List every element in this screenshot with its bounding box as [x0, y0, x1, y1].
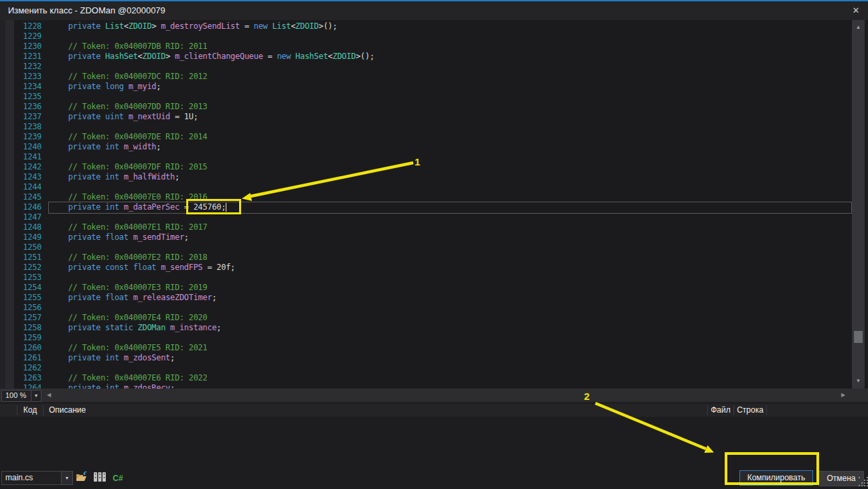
vertical-scrollbar[interactable]: ▲ ▼: [852, 20, 865, 389]
line-number: 1235: [0, 92, 42, 102]
line-number: 1228: [0, 21, 42, 31]
code-line[interactable]: 1254 // Token: 0x040007E3 RID: 2019: [0, 283, 852, 293]
code-line[interactable]: 1256: [0, 303, 852, 313]
vertical-scrollbar-thumb[interactable]: [854, 331, 863, 343]
column-header-filler: [767, 405, 868, 415]
line-number: 1243: [0, 172, 42, 182]
code-line[interactable]: 1255 private float m_releaseZDOTimer;: [0, 293, 852, 303]
line-number: 1229: [0, 31, 42, 42]
code-line[interactable]: 1242 // Token: 0x040007DF RID: 2015: [0, 162, 852, 172]
code-line[interactable]: 1244: [0, 182, 852, 192]
code-line[interactable]: 1237 private uint m_nextUid = 1U;: [0, 112, 852, 122]
code-line[interactable]: 1231 private HashSet<ZDOID> m_clientChan…: [0, 52, 852, 62]
column-header-code[interactable]: Код: [17, 405, 44, 415]
csharp-settings-button[interactable]: C#: [110, 471, 126, 485]
line-number: 1230: [0, 42, 42, 52]
resize-grip[interactable]: [859, 477, 860, 478]
compile-button[interactable]: Компилировать: [739, 470, 813, 486]
code-line[interactable]: 1248 // Token: 0x040007E1 RID: 2017: [0, 222, 852, 232]
code-line[interactable]: 1261 private int m_zdosSent;: [0, 353, 852, 363]
code-line[interactable]: 1250: [0, 242, 852, 253]
assembly-references-icon: [93, 472, 106, 485]
code-editor[interactable]: 1228 private List<ZDOID> m_destroySendLi…: [0, 20, 868, 389]
line-number: 1231: [0, 52, 42, 62]
line-number: 1262: [0, 363, 42, 373]
column-header-description[interactable]: Описание: [44, 405, 708, 415]
code-line[interactable]: 1245 // Token: 0x040007E0 RID: 2016: [0, 192, 852, 202]
code-line[interactable]: 1259: [0, 333, 852, 343]
code-line[interactable]: 1257 // Token: 0x040007E4 RID: 2020: [0, 313, 852, 323]
line-number: 1247: [0, 212, 42, 222]
code-line[interactable]: 1238: [0, 122, 852, 132]
editor-bottom-strip: 100 % ▼ ◀ ▶: [0, 389, 868, 402]
code-line[interactable]: 1262: [0, 363, 852, 373]
window-title: Изменить класс - ZDOMan @02000079: [8, 1, 165, 20]
code-line[interactable]: 1234 private long m_myid;: [0, 82, 852, 92]
code-line[interactable]: 1249 private float m_sendTimer;: [0, 232, 852, 242]
line-number: 1253: [0, 273, 42, 283]
column-header-line[interactable]: Строка: [734, 405, 767, 415]
code-line[interactable]: 1264 private int m_zdosRecv;: [0, 383, 852, 389]
code-line[interactable]: 1235: [0, 92, 852, 102]
code-line[interactable]: 1233 // Token: 0x040007DC RID: 2012: [0, 72, 852, 82]
line-number: 1255: [0, 293, 42, 303]
error-list[interactable]: [0, 417, 868, 489]
line-number: 1242: [0, 162, 42, 172]
cancel-button[interactable]: Отмена: [818, 471, 864, 486]
code-line[interactable]: 1243 private int m_halfWidth;: [0, 172, 852, 182]
code-line[interactable]: 1253: [0, 273, 852, 283]
close-icon[interactable]: ✕: [845, 1, 867, 19]
line-number: 1244: [0, 182, 42, 192]
file-selector-dropdown-icon[interactable]: ▼: [61, 472, 72, 484]
line-number: 1236: [0, 102, 42, 112]
line-number: 1252: [0, 263, 42, 273]
code-line[interactable]: 1236 // Token: 0x040007DD RID: 2013: [0, 102, 852, 112]
title-bar[interactable]: Изменить класс - ZDOMan @02000079 ✕: [0, 1, 868, 20]
code-line[interactable]: 1232: [0, 62, 852, 72]
text-caret: [226, 203, 226, 212]
line-number: 1246: [0, 202, 42, 212]
line-number: 1261: [0, 353, 42, 363]
line-number: 1256: [0, 303, 42, 313]
line-number: 1245: [0, 192, 42, 202]
csharp-icon: C#: [113, 474, 123, 483]
code-line[interactable]: 1228 private List<ZDOID> m_destroySendLi…: [0, 21, 852, 31]
code-line[interactable]: 1240 private int m_width;: [0, 142, 852, 152]
line-number: 1237: [0, 112, 42, 122]
open-file-button[interactable]: [74, 471, 90, 485]
line-number: 1258: [0, 323, 42, 333]
code-line[interactable]: 1239 // Token: 0x040007DE RID: 2014: [0, 132, 852, 142]
file-selector-value: main.cs: [2, 472, 61, 484]
line-number: 1249: [0, 232, 42, 242]
scroll-right-icon[interactable]: ▶: [841, 393, 845, 398]
column-header-icon[interactable]: [0, 405, 17, 415]
line-number: 1240: [0, 142, 42, 152]
scroll-up-icon[interactable]: ▲: [852, 23, 865, 32]
zoom-level-select[interactable]: 100 % ▼: [1, 390, 42, 402]
file-selector[interactable]: main.cs ▼: [1, 471, 73, 485]
line-number: 1238: [0, 122, 42, 132]
zoom-dropdown-icon[interactable]: ▼: [31, 391, 41, 401]
code-line[interactable]: 1230 // Token: 0x040007DB RID: 2011: [0, 42, 852, 52]
line-number: 1254: [0, 283, 42, 293]
line-number: 1259: [0, 333, 42, 343]
code-line[interactable]: 1251 // Token: 0x040007E2 RID: 2018: [0, 253, 852, 263]
line-number: 1248: [0, 222, 42, 232]
line-number: 1263: [0, 373, 42, 383]
code-line[interactable]: 1229: [0, 31, 852, 42]
line-number: 1264: [0, 383, 42, 389]
references-button[interactable]: [92, 471, 108, 485]
line-number: 1251: [0, 253, 42, 263]
scroll-left-icon[interactable]: ◀: [47, 393, 51, 398]
edit-class-dialog: Изменить класс - ZDOMan @02000079 ✕ 1228…: [0, 0, 868, 489]
code-line[interactable]: 1247: [0, 212, 852, 222]
scroll-down-icon[interactable]: ▼: [852, 376, 865, 386]
code-line[interactable]: 1241: [0, 152, 852, 162]
line-number: 1250: [0, 242, 42, 253]
code-line[interactable]: 1263 // Token: 0x040007E6 RID: 2022: [0, 373, 852, 383]
open-folder-icon: [76, 472, 88, 485]
code-line[interactable]: 1258 private static ZDOMan m_instance;: [0, 323, 852, 333]
code-line[interactable]: 1252 private const float m_sendFPS = 20f…: [0, 263, 852, 273]
code-line[interactable]: 1260 // Token: 0x040007E5 RID: 2021: [0, 343, 852, 353]
column-header-file[interactable]: Файл: [708, 405, 734, 415]
